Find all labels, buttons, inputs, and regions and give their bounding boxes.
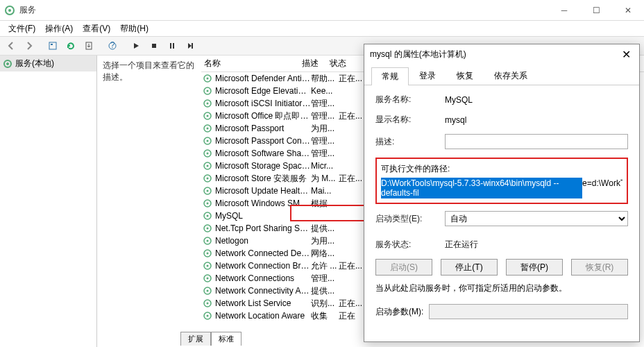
- gear-icon: [203, 124, 212, 133]
- gear-icon: [203, 99, 212, 108]
- tab-dependencies[interactable]: 依存关系: [484, 67, 538, 85]
- service-desc: 提供...: [311, 223, 339, 235]
- svg-rect-2: [49, 42, 56, 49]
- svg-point-48: [207, 290, 209, 292]
- maximize-button[interactable]: ☐: [580, 0, 612, 21]
- svg-point-20: [207, 115, 209, 117]
- service-name-label: 服务名称:: [375, 94, 445, 105]
- menu-file[interactable]: 文件(F): [4, 22, 40, 36]
- svg-point-24: [207, 140, 209, 142]
- pause-button[interactable]: 暂停(P): [506, 259, 563, 276]
- gear-icon: [203, 74, 212, 83]
- start-params-input[interactable]: [429, 304, 628, 319]
- properties-button[interactable]: [44, 38, 61, 53]
- restart-service-button[interactable]: [182, 38, 198, 53]
- service-name: MySQL: [215, 211, 311, 221]
- description-label: 描述:: [375, 136, 445, 148]
- service-name: Microsoft Office 即点即用...: [215, 110, 311, 122]
- startup-type-select[interactable]: 自动: [445, 211, 628, 226]
- svg-point-46: [207, 278, 209, 280]
- gear-icon: [203, 111, 212, 121]
- service-desc: 为用...: [311, 123, 339, 135]
- tab-standard[interactable]: 标准: [211, 332, 242, 346]
- gear-icon: [203, 273, 212, 283]
- start-service-button[interactable]: [128, 38, 144, 53]
- gear-icon: [203, 174, 212, 183]
- svg-point-28: [207, 165, 209, 167]
- display-name-label: 显示名称:: [375, 114, 445, 126]
- nav-tree: 服务(本地): [0, 56, 97, 347]
- col-name[interactable]: 名称: [201, 58, 302, 69]
- tab-general[interactable]: 常规: [371, 67, 409, 85]
- service-desc: 提供...: [311, 285, 339, 297]
- service-status: 正在...: [339, 260, 366, 272]
- service-desc: 网络...: [311, 248, 339, 260]
- service-name: Network Connections: [215, 273, 311, 283]
- menu-view[interactable]: 查看(V): [78, 22, 115, 36]
- service-status-label: 服务状态:: [375, 239, 445, 251]
- refresh-button[interactable]: [62, 38, 79, 53]
- description-field[interactable]: [445, 134, 628, 149]
- service-status: 正在: [339, 310, 366, 322]
- stop-service-button[interactable]: [146, 38, 162, 53]
- start-params-note: 当从此处启动服务时，你可指定所适用的启动参数。: [375, 282, 628, 294]
- service-name: Network Connection Bro...: [215, 261, 311, 271]
- minimize-button[interactable]: ─: [548, 0, 580, 21]
- service-name: Microsoft Update Health...: [215, 186, 311, 196]
- service-desc: 允许 ...: [311, 260, 339, 272]
- service-name: Microsoft Defender Antiv...: [215, 74, 311, 83]
- startup-type-label: 启动类型(E):: [375, 213, 445, 225]
- stop-button[interactable]: 停止(T): [441, 259, 498, 276]
- app-icon: [4, 5, 15, 16]
- gear-icon: [203, 223, 212, 233]
- svg-point-18: [207, 103, 209, 105]
- back-button[interactable]: [3, 38, 19, 53]
- gear-icon: [203, 286, 212, 296]
- menu-help[interactable]: 帮助(H): [116, 22, 153, 36]
- tab-recovery[interactable]: 恢复: [446, 67, 484, 85]
- help-button[interactable]: ?: [104, 38, 121, 53]
- service-desc: 收集: [311, 310, 339, 322]
- start-params-label: 启动参数(M):: [375, 306, 423, 318]
- start-button[interactable]: 启动(S): [375, 259, 432, 276]
- pause-service-button[interactable]: [164, 38, 180, 53]
- export-button[interactable]: [80, 38, 97, 53]
- close-button[interactable]: ✕: [612, 0, 644, 21]
- service-status-value: 正在运行: [445, 239, 628, 251]
- svg-rect-8: [170, 43, 171, 49]
- service-desc: 管理...: [311, 135, 339, 147]
- service-name: Microsoft Passport Cont...: [215, 136, 311, 146]
- service-name: Microsoft Store 安装服务: [215, 173, 311, 185]
- svg-point-1: [8, 9, 11, 12]
- view-tabs: 扩展 标准: [180, 332, 242, 346]
- executable-path-section: 可执行文件的路径: D:\WorkTools\mysql-5.7.33-winx…: [375, 158, 628, 204]
- forward-button[interactable]: [21, 38, 37, 53]
- service-desc: 根据...: [311, 198, 339, 210]
- service-status: 正在...: [339, 298, 366, 310]
- col-desc[interactable]: 描述: [302, 58, 330, 69]
- gear-icon: [203, 86, 212, 96]
- service-desc: Micr...: [311, 161, 339, 171]
- service-name: Network Location Aware: [215, 311, 311, 321]
- dialog-title: mysql 的属性(本地计算机): [370, 49, 619, 60]
- tree-root-label: 服务(本地): [15, 58, 54, 69]
- service-name: Network Connectivity Ass...: [215, 286, 311, 296]
- svg-point-36: [207, 215, 209, 217]
- service-name: Microsoft Edge Elevation...: [215, 86, 311, 96]
- svg-point-14: [207, 78, 209, 80]
- resume-button[interactable]: 恢复(R): [571, 259, 628, 276]
- col-status[interactable]: 状态: [330, 58, 357, 69]
- tab-logon[interactable]: 登录: [409, 67, 446, 85]
- service-name: Microsoft Storage Space...: [215, 161, 311, 171]
- svg-point-38: [207, 228, 209, 230]
- menu-action[interactable]: 操作(A): [41, 22, 77, 36]
- executable-path-value[interactable]: D:\WorkTools\mysql-5.7.33-winx64\bin\mys…: [381, 178, 622, 198]
- tab-extended[interactable]: 扩展: [180, 332, 211, 346]
- tree-root[interactable]: 服务(本地): [0, 56, 96, 71]
- description-hint: 选择一个项目来查看它的描述。: [103, 60, 196, 83]
- gear-icon: [203, 198, 212, 208]
- service-name: Microsoft Passport: [215, 124, 311, 133]
- dialog-close-button[interactable]: ✕: [619, 48, 634, 61]
- display-name-value: mysql: [445, 115, 628, 125]
- service-desc: Mai...: [311, 186, 339, 196]
